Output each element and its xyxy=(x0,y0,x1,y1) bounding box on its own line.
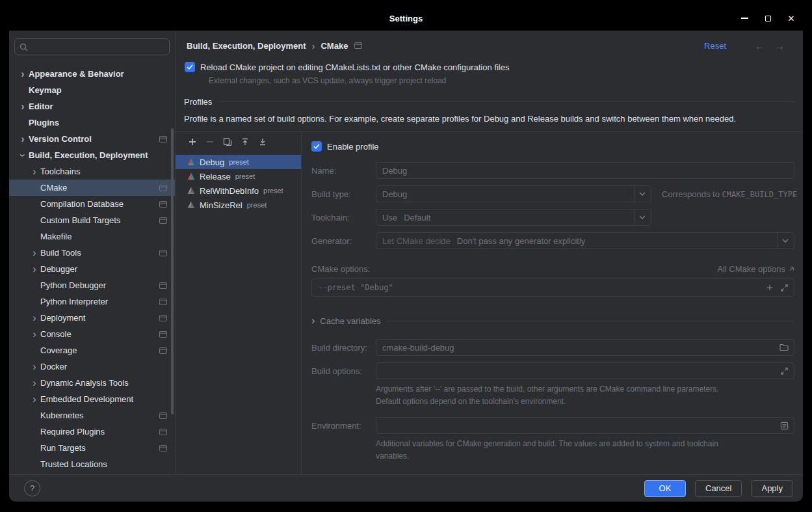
profile-name: Debug xyxy=(200,157,224,167)
cancel-button[interactable]: Cancel xyxy=(695,480,742,497)
sidebar-item-label: Version Control xyxy=(29,134,154,144)
sidebar-item-debugger[interactable]: ›Debugger xyxy=(9,261,175,277)
apply-button[interactable]: Apply xyxy=(751,480,793,497)
forward-arrow-icon[interactable]: → xyxy=(775,40,785,51)
expand-icon[interactable] xyxy=(780,284,789,292)
sidebar-item-dynamic-analysis-tools[interactable]: ›Dynamic Analysis Tools xyxy=(9,375,175,391)
project-level-icon xyxy=(159,347,167,354)
sidebar-item-cmake[interactable]: CMake xyxy=(9,180,175,196)
copy-icon[interactable] xyxy=(223,137,232,146)
chevron-down-icon[interactable]: › xyxy=(18,150,28,161)
sidebar-item-label: Embedded Development xyxy=(40,394,167,404)
chevron-down-icon[interactable] xyxy=(777,233,794,249)
sidebar-item-console[interactable]: ›Console xyxy=(9,326,175,342)
build-directory-input[interactable]: cmake-build-debug xyxy=(376,339,794,356)
cmake-profile-icon xyxy=(187,187,195,195)
sidebar-item-coverage[interactable]: Coverage xyxy=(9,342,175,358)
profile-item-release[interactable]: Releasepreset xyxy=(176,169,301,183)
sidebar-item-appearance-behavior[interactable]: ›Appearance & Behavior xyxy=(9,66,175,82)
folder-icon[interactable] xyxy=(779,344,789,351)
sidebar-item-build-tools[interactable]: ›Build Tools xyxy=(9,245,175,261)
chevron-down-icon[interactable] xyxy=(634,186,651,202)
environment-input[interactable] xyxy=(376,417,794,434)
chevron-right-icon[interactable]: › xyxy=(29,313,40,323)
sidebar-item-compilation-database[interactable]: Compilation Database xyxy=(9,196,175,212)
minimize-button[interactable] xyxy=(735,9,754,27)
generator-select[interactable]: Let CMake decide Don't pass any generato… xyxy=(376,232,794,249)
sidebar-item-makefile[interactable]: Makefile xyxy=(9,228,175,245)
add-icon[interactable] xyxy=(188,137,197,146)
build-type-note: Corresponds to CMAKE_BUILD_TYPE xyxy=(662,189,797,199)
sidebar-item-plugins[interactable]: Plugins xyxy=(9,115,175,131)
chevron-right-icon[interactable]: › xyxy=(29,394,40,405)
profile-item-minsizerel[interactable]: MinSizeRelpreset xyxy=(176,198,301,212)
sidebar-item-label: Python Debugger xyxy=(40,280,154,290)
sidebar-item-python-interpreter[interactable]: Python Interpreter xyxy=(9,293,175,310)
chevron-down-icon[interactable] xyxy=(634,209,651,225)
sidebar-item-custom-build-targets[interactable]: Custom Build Targets xyxy=(9,212,175,228)
chevron-right-icon[interactable]: › xyxy=(29,362,40,372)
reset-link[interactable]: Reset xyxy=(704,41,726,51)
chevron-right-icon[interactable]: › xyxy=(29,167,40,177)
sidebar-item-kubernetes[interactable]: Kubernetes xyxy=(9,407,175,424)
move-up-icon[interactable] xyxy=(241,137,250,146)
all-cmake-options-link[interactable]: All CMake options xyxy=(717,264,794,274)
build-type-select[interactable]: Debug xyxy=(376,185,651,202)
profile-item-relwithdebinfo[interactable]: RelWithDebInfopreset xyxy=(176,183,301,198)
sidebar-item-label: Deployment xyxy=(40,313,154,323)
expand-icon[interactable] xyxy=(780,367,789,375)
add-macro-icon[interactable] xyxy=(766,284,774,291)
chevron-right-icon[interactable]: › xyxy=(29,248,40,258)
sidebar-item-toolchains[interactable]: ›Toolchains xyxy=(9,163,175,180)
sidebar-scrollbar[interactable] xyxy=(171,128,174,414)
remove-icon[interactable] xyxy=(205,137,215,146)
sidebar-item-embedded-development[interactable]: ›Embedded Development xyxy=(9,391,175,407)
variables-list-icon[interactable] xyxy=(780,422,789,430)
chevron-right-icon[interactable]: › xyxy=(29,264,40,275)
profile-item-debug[interactable]: Debugpreset xyxy=(176,155,301,169)
sidebar-item-label: Compilation Database xyxy=(40,199,154,209)
sidebar-item-editor[interactable]: ›Editor xyxy=(9,98,175,115)
settings-main-panel: Build, Execution, Deployment › CMake Res… xyxy=(176,31,803,474)
chevron-right-icon[interactable]: › xyxy=(17,101,29,112)
sidebar-item-python-debugger[interactable]: Python Debugger xyxy=(9,277,175,293)
sidebar-item-trusted-locations[interactable]: Trusted Locations xyxy=(9,456,175,472)
chevron-right-icon: › xyxy=(311,316,315,326)
project-level-icon xyxy=(159,217,167,224)
generator-value: Don't pass any generator explicitly xyxy=(457,236,586,246)
sidebar-item-run-targets[interactable]: Run Targets xyxy=(9,440,175,456)
toolchain-select[interactable]: Use Default xyxy=(376,209,651,226)
maximize-button[interactable] xyxy=(758,9,778,27)
sidebar-item-required-plugins[interactable]: Required Plugins xyxy=(9,424,175,440)
sidebar-item-keymap[interactable]: Keymap xyxy=(9,82,175,98)
sidebar-item-docker[interactable]: ›Docker xyxy=(9,358,175,375)
build-options-help: Arguments after '--' are passed to the b… xyxy=(376,383,794,407)
project-level-icon xyxy=(159,429,167,435)
chevron-right-icon[interactable]: › xyxy=(17,134,29,144)
sidebar-item-label: Coverage xyxy=(40,345,154,355)
name-label: Name: xyxy=(311,166,376,176)
ok-button[interactable]: OK xyxy=(644,480,686,497)
back-arrow-icon[interactable]: ← xyxy=(755,40,765,51)
chevron-right-icon[interactable]: › xyxy=(29,378,40,388)
sidebar-item-version-control[interactable]: ›Version Control xyxy=(9,131,175,147)
search-box[interactable] xyxy=(14,38,170,55)
chevron-right-icon[interactable]: › xyxy=(29,329,40,340)
sidebar-item-label: Trusted Locations xyxy=(40,459,167,469)
search-input[interactable] xyxy=(31,42,164,52)
cmake-options-input[interactable]: --preset "Debug" xyxy=(311,278,794,297)
move-down-icon[interactable] xyxy=(258,137,267,146)
sidebar-item-build-execution-deployment[interactable]: ›Build, Execution, Deployment xyxy=(9,147,175,163)
project-level-icon xyxy=(159,331,167,338)
reload-cmake-checkbox[interactable] xyxy=(185,62,195,72)
help-button[interactable]: ? xyxy=(24,480,40,496)
breadcrumb-parent[interactable]: Build, Execution, Deployment xyxy=(187,41,306,51)
chevron-right-icon[interactable]: › xyxy=(17,69,29,79)
sidebar-item-deployment[interactable]: ›Deployment xyxy=(9,310,175,326)
enable-profile-checkbox[interactable] xyxy=(311,141,322,152)
profiles-description: Profile is a named set of build options.… xyxy=(184,114,794,124)
cache-variables-toggle[interactable]: › Cache variables xyxy=(311,316,794,326)
close-button[interactable]: ✕ xyxy=(781,9,801,27)
name-input[interactable]: Debug xyxy=(376,162,794,179)
build-options-input[interactable] xyxy=(376,362,794,379)
